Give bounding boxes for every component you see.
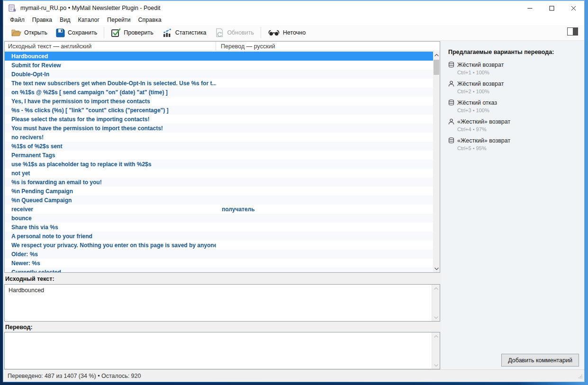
source-cell: We respect your privacy. Nothing you ent…	[5, 242, 216, 249]
table-row[interactable]: A personal note to your friend	[5, 232, 433, 241]
validate-label: Проверить	[124, 29, 154, 36]
maximize-button[interactable]	[541, 1, 562, 15]
suggestion-item[interactable]: Жёсткий возвратCtrl+2 • 100%	[448, 81, 584, 94]
menu-item-edit[interactable]: Правка	[28, 15, 56, 25]
menu-item-catalog[interactable]: Каталог	[74, 15, 103, 25]
table-row[interactable]: %1$s of %2$s sent	[5, 142, 433, 151]
resize-grip-icon[interactable]	[578, 374, 583, 380]
add-comment-button[interactable]: Добавить комментарий	[501, 354, 579, 367]
sidebar-toggle-icon[interactable]	[567, 27, 578, 37]
table-row[interactable]: Older: %s	[5, 250, 433, 259]
translation-text-box[interactable]	[4, 332, 440, 369]
table-row[interactable]: receiverполучатель	[5, 205, 433, 214]
fuzzy-button[interactable]: Неточно	[263, 27, 310, 38]
suggestion-shortcut: Ctrl+4 • 97%	[457, 126, 584, 132]
close-button[interactable]	[562, 1, 584, 15]
source-cell: on %1$s @ %2$s [ send campaign "on" (dat…	[5, 89, 216, 96]
list-scrollbar[interactable]	[433, 52, 440, 272]
suggestions-sidebar: Предлагаемые варианты перевода: Жёсткий …	[441, 41, 584, 370]
table-row[interactable]: Currently selected	[5, 268, 433, 272]
table-row[interactable]: use %1$s as placeholder tag to replace i…	[5, 160, 433, 169]
list-header[interactable]: Исходный текст — английский Перевод — ру…	[5, 42, 440, 51]
suggestion-shortcut: Ctrl+2 • 100%	[457, 89, 584, 94]
minimize-button[interactable]	[519, 1, 541, 15]
toolbar-separator	[104, 27, 104, 38]
validate-button[interactable]: Проверить	[107, 26, 158, 39]
suggestion-shortcut: Ctrl+3 • 100%	[457, 107, 584, 113]
suggestions-title: Предлагаемые варианты перевода:	[441, 41, 584, 55]
source-cell: %n Pending Campaign	[5, 188, 216, 195]
suggestion-text: Жёсткий возврат	[457, 62, 504, 68]
table-row[interactable]: We respect your privacy. Nothing you ent…	[5, 241, 433, 250]
table-row[interactable]: %s is forwarding an email to you!	[5, 178, 433, 187]
toolbar-separator	[261, 27, 261, 38]
translation-column-header[interactable]: Перевод — русский	[216, 42, 440, 51]
update-label: Обновить	[227, 29, 254, 36]
translation-cell: получатель	[216, 206, 433, 213]
table-row[interactable]: on %1$s @ %2$s [ send campaign "on" (dat…	[5, 88, 433, 97]
stats-button[interactable]: Статистика	[158, 26, 211, 39]
source-cell: Hardbounced	[5, 53, 216, 60]
database-icon	[448, 137, 454, 144]
table-row[interactable]: %n Pending Campaign	[5, 187, 433, 196]
table-row[interactable]: Hardbounced	[5, 52, 433, 61]
suggestion-item[interactable]: «Жесткий» возвратCtrl+5 • 95%	[448, 137, 584, 151]
table-row[interactable]: %s - %s clicks (%s) [ "link" "count" cli…	[5, 106, 433, 115]
scrollbar-thumb[interactable]	[434, 60, 439, 75]
scroll-down-icon[interactable]	[433, 265, 440, 272]
suggestion-item[interactable]: Жёсткий отказCtrl+3 • 100%	[448, 99, 584, 113]
table-row[interactable]: Yes, I have the permission to import the…	[5, 97, 433, 106]
table-row[interactable]: Newer: %s	[5, 259, 433, 268]
fuzzy-glasses-icon	[268, 29, 280, 36]
source-cell: use %1$s as placeholder tag to replace i…	[5, 161, 216, 168]
table-row[interactable]: bounce	[5, 214, 433, 223]
scroll-up-icon[interactable]	[432, 285, 440, 292]
source-cell: Yes, I have the permission to import the…	[5, 98, 216, 105]
source-cell: Submit for Review	[5, 62, 216, 69]
table-row[interactable]: no recivers!	[5, 133, 433, 142]
menu-item-file[interactable]: Файл	[6, 15, 28, 25]
table-row[interactable]: Share this via %s	[5, 223, 433, 232]
table-row[interactable]: Please select the status for the importi…	[5, 115, 433, 124]
statistics-chart-icon	[162, 28, 172, 37]
suggestion-item[interactable]: «Жесткий» возвратCtrl+4 • 97%	[448, 118, 584, 132]
suggestion-text: Жёсткий отказ	[457, 99, 497, 106]
open-label: Открыть	[24, 29, 47, 36]
open-button[interactable]: Открыть	[7, 27, 52, 39]
database-icon	[448, 99, 454, 106]
menu-item-view[interactable]: Вид	[56, 15, 74, 25]
source-cell: You must have the permission to import t…	[5, 125, 216, 132]
database-icon	[448, 62, 454, 68]
suggestion-item[interactable]: Жёсткий возвратCtrl+1 • 100%	[448, 62, 584, 75]
validate-check-icon	[111, 28, 121, 37]
source-cell: Newer: %s	[5, 260, 216, 267]
scroll-down-icon[interactable]	[432, 313, 440, 321]
fuzzy-label: Неточно	[283, 29, 306, 36]
save-icon	[56, 28, 65, 37]
table-row[interactable]: Submit for Review	[5, 61, 433, 70]
title-bar[interactable]: mymail-ru_RU.po • MyMail Newsletter Plug…	[3, 1, 584, 15]
menu-item-help[interactable]: Справка	[135, 15, 165, 25]
source-box-scrollbar[interactable]	[432, 285, 440, 321]
source-cell: Please select the status for the importi…	[5, 116, 216, 123]
source-cell: %s - %s clicks (%s) [ "link" "count" cli…	[5, 107, 216, 114]
scroll-up-icon[interactable]	[432, 332, 440, 340]
source-column-header[interactable]: Исходный текст — английский	[5, 42, 216, 51]
update-button: Обновить	[210, 26, 258, 39]
menu-bar: ФайлПравкаВидКаталогПерейтиСправка	[3, 15, 584, 25]
translation-box-scrollbar[interactable]	[432, 332, 440, 369]
scroll-up-icon[interactable]	[433, 52, 440, 59]
table-row[interactable]: Permanent Tags	[5, 151, 433, 160]
table-row[interactable]: %n Queued Campaign	[5, 196, 433, 205]
table-row[interactable]: not yet	[5, 169, 433, 178]
menu-item-go[interactable]: Перейти	[103, 15, 135, 25]
table-row[interactable]: Double-Opt-In	[5, 70, 433, 79]
source-cell: no recivers!	[5, 134, 216, 141]
save-button[interactable]: Сохранить	[52, 27, 101, 39]
source-cell: Share this via %s	[5, 224, 216, 231]
save-label: Сохранить	[68, 29, 97, 36]
table-row[interactable]: You must have the permission to import t…	[5, 124, 433, 133]
source-cell: %s is forwarding an email to you!	[5, 179, 216, 186]
scroll-down-icon[interactable]	[432, 361, 440, 369]
table-row[interactable]: The text new subscribers get when Double…	[5, 79, 433, 88]
